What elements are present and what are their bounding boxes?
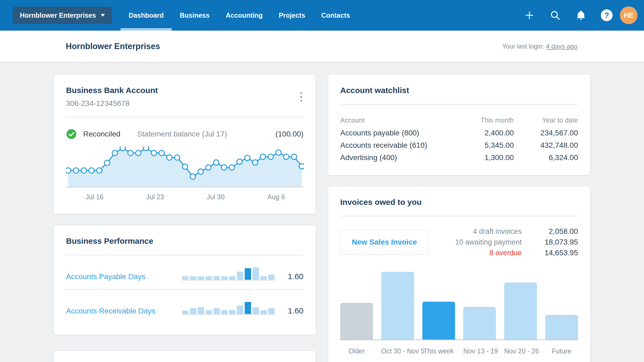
invoice-bar-5[interactable]: [545, 315, 578, 339]
year-to-date-value: 6,324.00: [514, 152, 578, 164]
year-to-date-value: 432,748.00: [514, 139, 578, 152]
next-card-stub: [54, 350, 316, 362]
kebab-menu-icon[interactable]: [298, 90, 304, 104]
page-header: Hornblower Enterprises Your last login: …: [0, 31, 644, 62]
accounts-payable-days-value: 1.60: [279, 272, 303, 281]
dashboard-content: Business Bank Account 306-234-12345678 R…: [0, 62, 644, 362]
invoice-bar-1[interactable]: [381, 272, 414, 339]
watchlist-row[interactable]: Accounts payable (800) 2,400.00 234,567.…: [340, 127, 578, 139]
nav-tab-accounting[interactable]: Accounting: [218, 0, 271, 31]
awaiting-payment-amount: 18,073.95: [532, 238, 578, 246]
bank-balance-chart[interactable]: Jul 16 Jul 23 Jul 30 Aug 6: [66, 146, 303, 203]
overdue-link[interactable]: 8 overdue: [489, 249, 522, 257]
awaiting-payment-link[interactable]: 10 awaiting payment: [455, 238, 522, 246]
business-performance-card: Business Performance Accounts Payable Da…: [54, 225, 316, 335]
watchlist-row[interactable]: Advertising (400) 1,300.00 6,324.00: [340, 152, 578, 164]
x-tick: Aug 6: [268, 193, 285, 201]
accounts-payable-days-link[interactable]: Accounts Payable Days: [66, 272, 181, 281]
line-chart: [66, 146, 304, 189]
accounts-receivable-days-link[interactable]: Accounts Receivable Days: [66, 307, 181, 315]
overdue-stat: 8 overdue 14,653.95: [455, 249, 578, 257]
last-login-link[interactable]: 4 days ago: [546, 43, 577, 50]
draft-invoices-link[interactable]: 4 draft invoices: [473, 227, 522, 236]
column-header-year-to-date: Year to date: [514, 116, 578, 127]
invoice-bar-3[interactable]: [463, 307, 496, 339]
bar-label: Oct 30 - Nov 5: [381, 347, 414, 355]
this-month-value: 2,400.00: [450, 127, 514, 139]
accounts-receivable-days-value: 1.60: [279, 306, 303, 315]
invoice-bar-2[interactable]: [422, 302, 455, 339]
x-tick: Jul 16: [86, 193, 104, 201]
org-name: Hornblower Enterprises: [20, 12, 96, 19]
watchlist-card-title: Account watchlist: [340, 86, 578, 95]
performance-row: Accounts Receivable Days 1.60: [66, 290, 303, 323]
last-login: Your last login: 4 days ago: [502, 43, 577, 50]
performance-card-title: Business Performance: [66, 237, 303, 246]
this-month-value: 1,300.00: [450, 152, 514, 164]
nav-tab-label: Business: [180, 12, 210, 19]
invoices-owed-card: Invoices owed to you New Sales Invoice 4…: [328, 186, 590, 362]
bar-label: Nov 20 - 26: [504, 347, 537, 355]
reconciled-check-icon: [66, 129, 77, 139]
nav-tab-label: Contacts: [321, 12, 350, 19]
divider: [66, 117, 303, 117]
invoices-card-title: Invoices owed to you: [340, 198, 578, 207]
nav-tab-dashboard[interactable]: Dashboard: [120, 0, 172, 31]
button-label: New Sales Invoice: [352, 238, 417, 246]
column-header-this-month: This month: [450, 116, 514, 127]
user-avatar[interactable]: HE: [620, 6, 638, 24]
plus-icon: [524, 10, 535, 20]
search-icon: [549, 9, 561, 21]
bar-label: Nov 13 - 19: [463, 347, 496, 355]
nav-tabs: Dashboard Business Accounting Projects C…: [120, 0, 358, 31]
bar-label: This week: [422, 347, 455, 355]
overdue-amount: 14,653.95: [532, 249, 578, 257]
invoice-bar-4[interactable]: [504, 283, 537, 339]
nav-tab-projects[interactable]: Projects: [271, 0, 313, 31]
account-name: Advertising (400): [340, 152, 450, 164]
nav-tab-label: Accounting: [226, 12, 263, 19]
help-button[interactable]: ?: [601, 9, 613, 21]
org-switcher-button[interactable]: Hornblower Enterprises: [13, 7, 112, 24]
watchlist-table: Account This month Year to date Accounts…: [340, 116, 578, 164]
help-icon: ?: [601, 9, 613, 21]
nav-tab-business[interactable]: Business: [172, 0, 218, 31]
account-watchlist-card: Account watchlist Account This month Yea…: [328, 74, 590, 175]
x-tick: Jul 30: [207, 193, 225, 201]
notifications-button[interactable]: [575, 9, 587, 21]
page-title: Hornblower Enterprises: [66, 42, 160, 51]
watchlist-row[interactable]: Accounts receivable (610) 5,345.00 432,7…: [340, 139, 578, 152]
last-login-label: Your last login:: [502, 43, 544, 50]
draft-invoices-amount: 2,058.00: [532, 227, 578, 236]
account-name: Accounts payable (800): [340, 127, 450, 139]
sparkline-chart: [181, 267, 275, 281]
draft-invoices-stat: 4 draft invoices 2,058.00: [455, 227, 578, 236]
new-sales-invoice-button[interactable]: New Sales Invoice: [340, 230, 429, 255]
awaiting-payment-stat: 10 awaiting payment 18,073.95: [455, 238, 578, 246]
invoices-action-row: New Sales Invoice 4 draft invoices 2,058…: [340, 227, 578, 257]
bank-card-title[interactable]: Business Bank Account: [66, 86, 303, 95]
divider: [340, 104, 578, 105]
nav-tab-contacts[interactable]: Contacts: [313, 0, 358, 31]
invoice-stats: 4 draft invoices 2,058.00 10 awaiting pa…: [455, 227, 578, 257]
add-new-button[interactable]: [523, 9, 536, 21]
bar-label: Future: [545, 347, 578, 355]
reconciled-label: Reconciled: [83, 130, 120, 138]
invoice-bar-0[interactable]: [340, 303, 373, 339]
bank-account-number: 306-234-12345678: [66, 99, 303, 108]
top-navigation: Hornblower Enterprises Dashboard Busines…: [0, 0, 644, 31]
x-tick: Jul 23: [146, 193, 164, 201]
reconciled-row: Reconciled Statement balance (Jul 17) (1…: [66, 129, 303, 139]
chevron-down-icon: [101, 14, 105, 17]
performance-row: Accounts Payable Days 1.60: [66, 255, 303, 289]
this-month-value: 5,345.00: [450, 139, 514, 152]
year-to-date-value: 234,567.00: [514, 127, 578, 139]
account-name: Accounts receivable (610): [340, 139, 450, 152]
divider: [340, 216, 578, 216]
bell-icon: [575, 10, 587, 21]
nav-tab-label: Projects: [279, 12, 305, 19]
nav-tab-label: Dashboard: [129, 12, 164, 19]
search-button[interactable]: [549, 9, 561, 21]
invoices-bar-chart[interactable]: [340, 273, 578, 340]
watchlist-header-row: Account This month Year to date: [340, 116, 578, 127]
